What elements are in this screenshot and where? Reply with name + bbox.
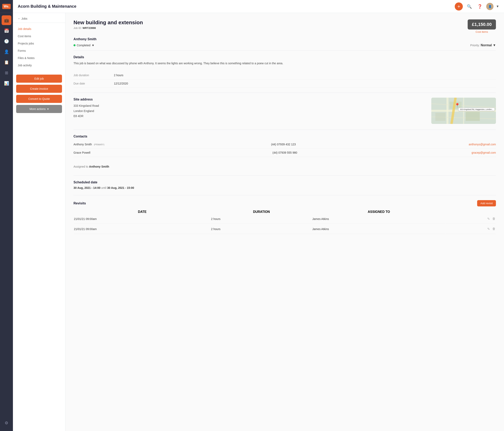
add-revisit-button[interactable]: Add revisit bbox=[477, 200, 496, 206]
nav-settings-icon[interactable]: ⚙ bbox=[2, 418, 11, 428]
search-button[interactable]: 🔍 bbox=[465, 2, 473, 10]
status-chevron-icon: ▼ bbox=[92, 44, 94, 47]
help-button[interactable]: ❓ bbox=[476, 2, 484, 10]
revisit-date-0: 21/01/21 09:00am bbox=[74, 214, 211, 224]
revisits-tbody: 21/01/21 09:00am 2 hours James Atkins ✎ … bbox=[74, 214, 495, 234]
site-address-title: Site address bbox=[73, 98, 426, 101]
nav-calendar-icon[interactable]: 📅 bbox=[2, 26, 11, 36]
section-divider-2 bbox=[73, 130, 496, 130]
icon-bar-bottom: ⚙ bbox=[2, 418, 11, 431]
cost-items-link[interactable]: Cost items bbox=[468, 30, 496, 33]
priority-area: Priority: Normal ▼ bbox=[470, 43, 496, 47]
col-duration: DURATION bbox=[211, 210, 312, 214]
contact-badge-0: (PRIMARY) bbox=[94, 143, 104, 146]
due-date-label: Due date bbox=[73, 82, 114, 85]
svg-rect-7 bbox=[466, 112, 480, 121]
sidebar: ← Jobs Job details Cost items Projects j… bbox=[13, 13, 65, 431]
assigned-row: Assigned to Anthony Smith bbox=[73, 162, 496, 171]
sidebar-item-files-notes[interactable]: Files & Notes bbox=[13, 54, 65, 62]
job-id: Job ID: WRT23998 bbox=[73, 27, 143, 29]
sidebar-item-cost-items[interactable]: Cost items bbox=[13, 33, 65, 40]
revisit-assigned-1: James Atkins bbox=[312, 224, 445, 234]
avatar[interactable]: 👤 bbox=[486, 3, 494, 10]
section-divider-4 bbox=[73, 195, 496, 195]
job-duration-row: Job duration 2 hours bbox=[73, 71, 496, 79]
company-title: Acorn Building & Maintenance bbox=[18, 4, 451, 9]
due-date-value: 12/12/2020 bbox=[114, 82, 128, 85]
details-body: This job is based on what was discussed … bbox=[73, 61, 496, 66]
contact-name-0: Anthony Smith (PRIMARY) bbox=[73, 143, 271, 146]
status-label: Completed bbox=[77, 44, 90, 47]
revisit-actions-1: ✎ 🗑 bbox=[446, 224, 495, 234]
content-area: ← Jobs Job details Cost items Projects j… bbox=[13, 13, 504, 431]
nav-people-icon[interactable]: 👤 bbox=[2, 47, 11, 56]
revisit-assigned-0: James Atkins bbox=[312, 214, 445, 224]
site-section: Site address 333 Kingsland Road London E… bbox=[73, 98, 496, 124]
section-divider bbox=[73, 93, 496, 93]
site-map[interactable]: 📍 333 Kingsland Rd, Haggerston, London..… bbox=[431, 98, 496, 124]
scheduled-dates: 30 Aug, 2021 - 14:00 until 30 Aug, 2021 … bbox=[73, 186, 496, 189]
site-address-area: Site address 333 Kingsland Road London E… bbox=[73, 98, 426, 124]
job-title-area: New building and extension Job ID: WRT23… bbox=[73, 19, 143, 29]
sidebar-item-projects-jobs[interactable]: Projects jobs bbox=[13, 40, 65, 47]
col-date: DATE bbox=[74, 210, 211, 214]
sidebar-item-job-activity[interactable]: Job activity bbox=[13, 62, 65, 69]
sidebar-item-forms[interactable]: Forms bbox=[13, 47, 65, 54]
main-wrapper: Acorn Building & Maintenance + 🔍 ❓ 👤 ▼ ←… bbox=[13, 0, 504, 431]
job-customer: Anthony Smith bbox=[73, 37, 496, 41]
revisits-thead: DATE DURATION ASSIGNED TO bbox=[74, 210, 495, 214]
contact-row-0: Anthony Smith (PRIMARY) (44) 07939 432 1… bbox=[73, 140, 496, 149]
revisits-section: Revisits Add revisit DATE DURATION ASSIG… bbox=[73, 200, 496, 234]
top-nav: Acorn Building & Maintenance + 🔍 ❓ 👤 ▼ bbox=[13, 0, 504, 13]
avatar-chevron-icon[interactable]: ▼ bbox=[496, 5, 499, 8]
nav-table-icon[interactable]: ⊞ bbox=[2, 68, 11, 78]
edit-job-button[interactable]: Edit job bbox=[16, 75, 62, 83]
contact-email-1[interactable]: gracep@gmail.com bbox=[471, 151, 496, 154]
col-actions bbox=[446, 210, 495, 214]
scheduled-section: Scheduled date 30 Aug, 2021 - 14:00 unti… bbox=[73, 180, 496, 189]
more-actions-button[interactable]: More actions ▾ bbox=[16, 105, 62, 113]
back-to-jobs[interactable]: ← Jobs bbox=[13, 13, 65, 23]
table-row: 21/01/21 09:00am 2 hours James Atkins ✎ … bbox=[74, 214, 495, 224]
scheduled-end: 30 Aug, 2021 - 15:00 bbox=[107, 186, 134, 189]
contact-email-0[interactable]: anthonys@gmail.com bbox=[469, 143, 496, 146]
contact-phone-1: (44) 07939 555 980 bbox=[273, 151, 472, 154]
priority-label: Priority: bbox=[470, 44, 480, 47]
sidebar-nav: Job details Cost items Projects jobs For… bbox=[13, 23, 65, 71]
topnav-actions: + 🔍 ❓ 👤 ▼ bbox=[455, 2, 499, 10]
edit-revisit-1-icon[interactable]: ✎ bbox=[487, 227, 490, 231]
revisit-actions-0: ✎ 🗑 bbox=[446, 214, 495, 224]
contact-name-1: Grace Powell bbox=[73, 151, 273, 154]
add-button[interactable]: + bbox=[455, 2, 463, 10]
contact-phone-0: (44) 07939 432 123 bbox=[271, 143, 469, 146]
nav-briefcase-icon[interactable]: 💼 bbox=[2, 15, 11, 25]
status-dot-icon bbox=[73, 44, 75, 46]
delete-revisit-1-icon[interactable]: 🗑 bbox=[492, 227, 495, 231]
details-section: Details This job is based on what was di… bbox=[73, 55, 496, 66]
sidebar-item-job-details[interactable]: Job details bbox=[13, 25, 65, 33]
scheduled-until: until bbox=[101, 186, 106, 189]
job-duration-value: 2 hours bbox=[114, 74, 123, 77]
nav-invoice-icon[interactable]: 📋 bbox=[2, 57, 11, 67]
delete-revisit-0-icon[interactable]: 🗑 bbox=[492, 217, 495, 221]
map-pin-icon: 📍 bbox=[455, 103, 460, 108]
job-duration-label: Job duration bbox=[73, 74, 114, 77]
status-row: Completed ▼ Priority: Normal ▼ bbox=[73, 43, 496, 51]
site-address-line3: E8 4DR bbox=[73, 114, 426, 119]
create-invoice-button[interactable]: Create invoice bbox=[16, 85, 62, 93]
app-logo: We. bbox=[0, 0, 13, 13]
priority-chevron-icon: ▼ bbox=[493, 43, 496, 47]
status-badge[interactable]: Completed ▼ bbox=[73, 44, 94, 47]
contact-row-1: Grace Powell (44) 07939 555 980 gracep@g… bbox=[73, 149, 496, 157]
nav-chart-icon[interactable]: 📊 bbox=[2, 78, 11, 88]
edit-revisit-0-icon[interactable]: ✎ bbox=[487, 217, 490, 221]
job-price: £1,150.00 bbox=[472, 22, 492, 27]
priority-value[interactable]: Normal bbox=[481, 43, 492, 47]
convert-to-quote-button[interactable]: Convert to Quote bbox=[16, 95, 62, 103]
nav-clock-icon[interactable]: 🕐 bbox=[2, 36, 11, 46]
revisits-header: Revisits Add revisit bbox=[73, 200, 496, 206]
main-content: New building and extension Job ID: WRT23… bbox=[65, 13, 504, 431]
col-assigned-to: ASSIGNED TO bbox=[312, 210, 445, 214]
map-image: 📍 333 Kingsland Rd, Haggerston, London..… bbox=[431, 98, 496, 124]
icon-bar: We. 💼 📅 🕐 👤 📋 ⊞ 📊 ⚙ bbox=[0, 0, 13, 431]
